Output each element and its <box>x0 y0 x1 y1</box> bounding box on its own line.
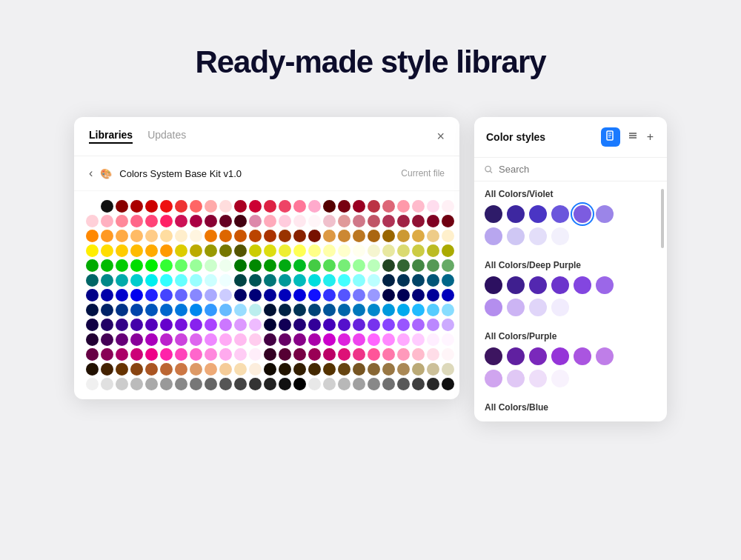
color-dot[interactable] <box>412 378 425 390</box>
color-dot[interactable] <box>219 304 232 316</box>
color-dot[interactable] <box>397 333 410 346</box>
color-dot[interactable] <box>412 348 425 361</box>
color-dot[interactable] <box>338 304 350 316</box>
color-dot[interactable] <box>323 378 336 390</box>
color-dot[interactable] <box>264 289 276 301</box>
color-dot[interactable] <box>205 348 217 361</box>
color-dot[interactable] <box>175 348 187 361</box>
color-swatch[interactable] <box>485 205 502 223</box>
color-dot[interactable] <box>160 319 173 331</box>
color-dot[interactable] <box>323 244 336 257</box>
color-dot[interactable] <box>353 289 365 301</box>
color-dot[interactable] <box>234 348 247 361</box>
color-dot[interactable] <box>86 363 99 376</box>
color-swatch[interactable] <box>551 347 569 365</box>
color-dot[interactable] <box>293 215 306 227</box>
color-dot[interactable] <box>323 304 336 316</box>
color-dot[interactable] <box>145 378 158 390</box>
color-dot[interactable] <box>205 363 217 376</box>
color-dot[interactable] <box>234 363 247 376</box>
color-dot[interactable] <box>130 378 143 390</box>
color-swatch[interactable] <box>485 227 502 245</box>
color-dot[interactable] <box>264 259 276 272</box>
color-dot[interactable] <box>308 274 321 287</box>
color-dot[interactable] <box>293 259 306 272</box>
color-dot[interactable] <box>101 274 113 287</box>
color-dot[interactable] <box>86 259 99 272</box>
color-dot[interactable] <box>279 363 291 376</box>
color-dot[interactable] <box>175 304 187 316</box>
color-dot[interactable] <box>86 304 99 316</box>
color-dot[interactable] <box>442 378 454 390</box>
color-dot[interactable] <box>160 304 173 316</box>
color-dot[interactable] <box>249 319 262 331</box>
color-dot[interactable] <box>219 348 232 361</box>
color-dot[interactable] <box>442 363 454 376</box>
color-dot[interactable] <box>130 244 143 257</box>
color-dot[interactable] <box>264 230 276 242</box>
color-dot[interactable] <box>368 274 380 287</box>
color-dot[interactable] <box>279 289 291 301</box>
color-dot[interactable] <box>205 244 217 257</box>
color-dot[interactable] <box>160 230 173 242</box>
color-dot[interactable] <box>160 215 173 227</box>
color-dot[interactable] <box>382 200 395 213</box>
color-swatch[interactable] <box>574 276 591 294</box>
color-swatch[interactable] <box>529 227 547 245</box>
color-dot[interactable] <box>160 259 173 272</box>
color-dot[interactable] <box>368 244 380 257</box>
color-dot[interactable] <box>353 244 365 257</box>
color-swatch[interactable] <box>507 370 525 387</box>
color-dot[interactable] <box>338 259 350 272</box>
color-dot[interactable] <box>219 319 232 331</box>
color-dot[interactable] <box>397 363 410 376</box>
color-dot[interactable] <box>101 319 113 331</box>
color-swatch[interactable] <box>485 347 502 365</box>
color-dot[interactable] <box>338 333 350 346</box>
color-dot[interactable] <box>219 230 232 242</box>
color-dot[interactable] <box>116 333 128 346</box>
color-dot[interactable] <box>116 244 128 257</box>
color-dot[interactable] <box>145 259 158 272</box>
color-dot[interactable] <box>86 333 99 346</box>
color-dot[interactable] <box>427 215 439 227</box>
color-dot[interactable] <box>368 259 380 272</box>
color-dot[interactable] <box>190 378 202 390</box>
color-dot[interactable] <box>293 333 306 346</box>
color-dot[interactable] <box>442 348 454 361</box>
color-dot[interactable] <box>175 259 187 272</box>
color-dot[interactable] <box>175 378 187 390</box>
color-dot[interactable] <box>293 274 306 287</box>
color-dot[interactable] <box>205 289 217 301</box>
color-dot[interactable] <box>130 289 143 301</box>
color-dot[interactable] <box>116 259 128 272</box>
color-dot[interactable] <box>175 200 187 213</box>
color-dot[interactable] <box>116 230 128 242</box>
color-dot[interactable] <box>427 348 439 361</box>
color-dot[interactable] <box>190 230 202 242</box>
color-dot[interactable] <box>279 348 291 361</box>
color-swatch[interactable] <box>485 299 502 316</box>
color-dot[interactable] <box>234 244 247 257</box>
color-dot[interactable] <box>249 289 262 301</box>
color-dot[interactable] <box>249 230 262 242</box>
color-dot[interactable] <box>338 363 350 376</box>
color-dot[interactable] <box>234 200 247 213</box>
color-swatch[interactable] <box>551 205 569 223</box>
color-dot[interactable] <box>368 304 380 316</box>
color-dot[interactable] <box>323 348 336 361</box>
color-dot[interactable] <box>234 304 247 316</box>
color-dot[interactable] <box>308 289 321 301</box>
color-dot[interactable] <box>160 333 173 346</box>
color-dot[interactable] <box>234 215 247 227</box>
color-dot[interactable] <box>175 333 187 346</box>
color-dot[interactable] <box>382 244 395 257</box>
color-dot[interactable] <box>279 378 291 390</box>
color-dot[interactable] <box>145 274 158 287</box>
color-dot[interactable] <box>397 200 410 213</box>
color-dot[interactable] <box>116 348 128 361</box>
color-dot[interactable] <box>234 230 247 242</box>
color-dot[interactable] <box>264 274 276 287</box>
color-dot[interactable] <box>101 200 113 213</box>
color-dot[interactable] <box>308 244 321 257</box>
